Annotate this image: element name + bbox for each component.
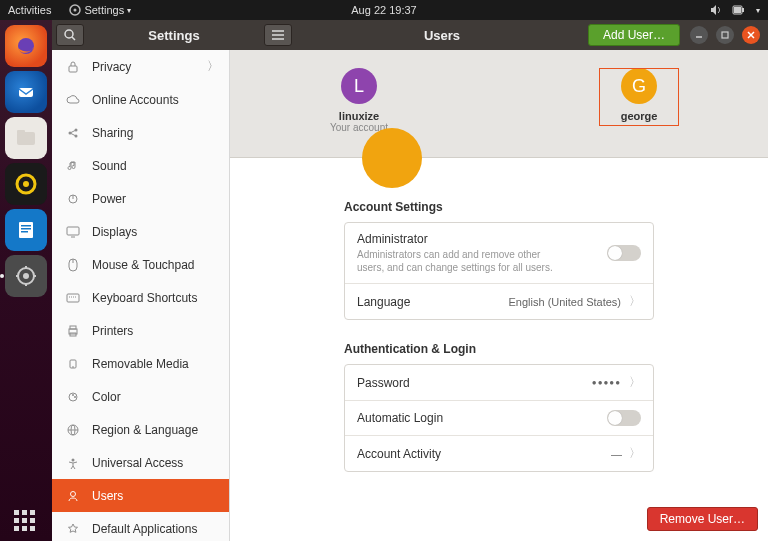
sidebar-item-label: Color <box>92 390 121 404</box>
dock-item-rhythmbox[interactable] <box>5 163 47 205</box>
svg-point-21 <box>65 30 73 38</box>
printer-icon <box>66 324 80 338</box>
row-administrator[interactable]: Administrator Administrators can add and… <box>345 223 653 284</box>
svg-point-51 <box>74 396 76 398</box>
sidebar-item-label: Privacy <box>92 60 131 74</box>
row-language[interactable]: Language English (United States) 〉 <box>345 284 653 319</box>
user-name: linuxize <box>319 110 399 122</box>
sidebar-item-default-applications[interactable]: Default Applications <box>52 512 229 541</box>
dock <box>0 20 52 541</box>
app-menu-arrow-icon: ▾ <box>127 6 131 15</box>
sidebar-item-power[interactable]: Power <box>52 182 229 215</box>
sidebar-item-mouse-touchpad[interactable]: Mouse & Touchpad <box>52 248 229 281</box>
row-account-activity[interactable]: Account Activity — 〉 <box>345 436 653 471</box>
sidebar-item-label: Removable Media <box>92 357 189 371</box>
administrator-toggle[interactable] <box>607 245 641 261</box>
sidebar-item-keyboard-shortcuts[interactable]: Keyboard Shortcuts <box>52 281 229 314</box>
star-icon <box>66 522 80 536</box>
sidebar-item-online-accounts[interactable]: Online Accounts <box>52 83 229 116</box>
section-title: Authentication & Login <box>344 342 654 356</box>
sidebar-item-region-language[interactable]: Region & Language <box>52 413 229 446</box>
sidebar-item-displays[interactable]: Displays <box>52 215 229 248</box>
svg-rect-8 <box>17 130 25 134</box>
minimize-button[interactable] <box>690 26 708 44</box>
sidebar-item-sharing[interactable]: Sharing <box>52 116 229 149</box>
remove-user-button[interactable]: Remove User… <box>647 507 758 531</box>
battery-icon[interactable] <box>732 4 746 16</box>
sidebar-item-users[interactable]: Users <box>52 479 229 512</box>
chevron-right-icon: 〉 <box>629 293 641 310</box>
app-menu[interactable]: Settings ▾ <box>69 4 131 16</box>
dock-item-firefox[interactable] <box>5 25 47 67</box>
svg-point-10 <box>23 181 29 187</box>
svg-line-34 <box>71 130 75 132</box>
close-icon <box>747 31 755 39</box>
keyboard-icon <box>66 291 80 305</box>
sidebar-item-universal-access[interactable]: Universal Access <box>52 446 229 479</box>
gnome-top-panel: Activities Settings ▾ Aug 22 19:37 ▾ <box>0 0 768 20</box>
rhythmbox-icon <box>15 173 37 195</box>
svg-rect-45 <box>70 326 76 329</box>
clock[interactable]: Aug 22 19:37 <box>351 4 416 16</box>
row-automatic-login[interactable]: Automatic Login <box>345 401 653 436</box>
sidebar-item-label: Default Applications <box>92 522 197 536</box>
search-icon <box>64 29 76 41</box>
sidebar-item-label: Online Accounts <box>92 93 179 107</box>
add-user-button[interactable]: Add User… <box>588 24 680 46</box>
row-label: Password <box>357 376 410 390</box>
volume-icon[interactable] <box>710 4 722 16</box>
mouse-icon <box>66 258 80 272</box>
color-icon <box>66 390 80 404</box>
user-card-current[interactable]: L linuxize Your account <box>319 68 399 133</box>
svg-rect-13 <box>21 228 31 230</box>
sidebar-item-removable-media[interactable]: Removable Media <box>52 347 229 380</box>
chevron-right-icon: 〉 <box>629 445 641 462</box>
display-icon <box>66 225 80 239</box>
app-menu-label: Settings <box>84 4 124 16</box>
maximize-button[interactable] <box>716 26 734 44</box>
folder-icon <box>15 129 37 147</box>
dock-item-thunderbird[interactable] <box>5 71 47 113</box>
show-applications[interactable] <box>14 510 35 531</box>
lock-icon <box>66 60 80 74</box>
dock-item-files[interactable] <box>5 117 47 159</box>
sidebar-item-label: Universal Access <box>92 456 183 470</box>
sidebar-item-sound[interactable]: Sound <box>52 149 229 182</box>
svg-rect-27 <box>722 32 728 38</box>
chevron-right-icon: 〉 <box>207 58 219 75</box>
svg-rect-42 <box>67 294 79 302</box>
sidebar-item-label: Power <box>92 192 126 206</box>
universal-icon <box>66 456 80 470</box>
dock-item-settings[interactable] <box>5 255 47 297</box>
row-password[interactable]: Password ●●●●● 〉 <box>345 365 653 401</box>
row-value: ●●●●● <box>592 378 621 387</box>
search-button[interactable] <box>56 24 84 46</box>
sidebar-item-privacy[interactable]: Privacy〉 <box>52 50 229 83</box>
menu-icon <box>272 30 284 40</box>
hamburger-button[interactable] <box>264 24 292 46</box>
system-menu-arrow-icon[interactable]: ▾ <box>756 6 760 15</box>
panel-title: Users <box>296 28 588 43</box>
activities-button[interactable]: Activities <box>8 4 51 16</box>
sidebar-item-color[interactable]: Color <box>52 380 229 413</box>
close-button[interactable] <box>742 26 760 44</box>
dock-item-writer[interactable] <box>5 209 47 251</box>
large-avatar-peek <box>362 128 422 188</box>
automatic-login-toggle[interactable] <box>607 410 641 426</box>
section-title: Account Settings <box>344 200 654 214</box>
header-title: Settings <box>88 28 260 43</box>
sidebar-item-printers[interactable]: Printers <box>52 314 229 347</box>
section-auth-login: Authentication & Login Password ●●●●● 〉 … <box>344 342 654 472</box>
avatar: G <box>621 68 657 104</box>
svg-point-55 <box>72 458 75 461</box>
row-value: English (United States) <box>509 296 622 308</box>
users-icon <box>66 489 80 503</box>
user-card-selected[interactable]: G george <box>599 68 679 126</box>
svg-rect-12 <box>21 225 31 227</box>
svg-line-35 <box>71 133 75 135</box>
minimize-icon <box>695 31 703 39</box>
svg-line-22 <box>72 37 75 40</box>
users-panel: L linuxize Your account G george Account… <box>230 50 768 541</box>
maximize-icon <box>721 31 729 39</box>
row-label: Administrator <box>357 232 567 246</box>
